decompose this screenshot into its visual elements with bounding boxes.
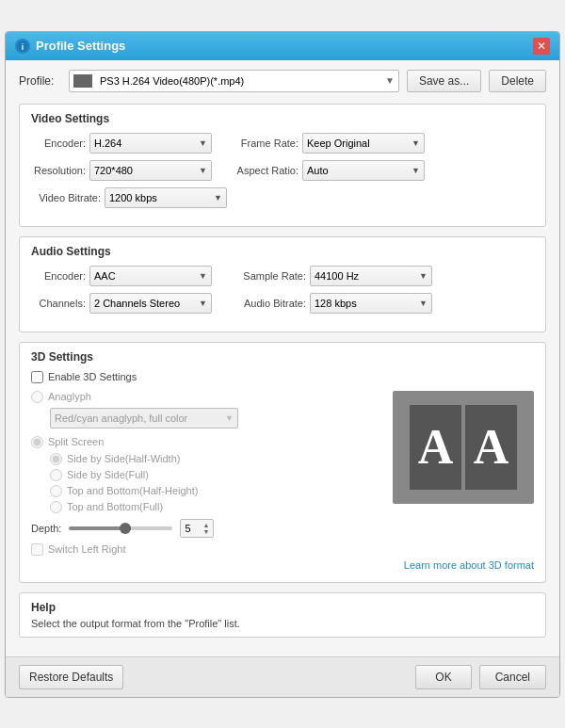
side-half-label: Side by Side(Half-Width) xyxy=(67,453,180,464)
title-bar-left: i Profile Settings xyxy=(15,39,125,54)
profile-select[interactable]: PS3 H.264 Video(480P)(*.mp4) ▼ xyxy=(69,70,399,92)
help-text: Select the output format from the "Profi… xyxy=(31,618,534,629)
depth-value-display: 5 ▲▼ xyxy=(180,519,214,538)
preview-letter-2: A xyxy=(465,405,517,490)
audio-bitrate-arrow: ▼ xyxy=(419,299,428,308)
channels-group: Channels: 2 Channels Stereo ▼ xyxy=(31,293,212,314)
restore-defaults-button[interactable]: Restore Defaults xyxy=(19,665,123,689)
aspect-ratio-value: Auto xyxy=(307,165,329,176)
enable-3d-label[interactable]: Enable 3D Settings xyxy=(48,371,137,382)
profile-label: Profile: xyxy=(19,74,61,88)
footer-right: OK Cancel xyxy=(415,665,546,689)
dialog-title: Profile Settings xyxy=(36,39,125,53)
top-half-row: Top and Bottom(Half-Height) xyxy=(31,485,383,497)
video-bitrate-value: 1200 kbps xyxy=(109,192,157,203)
help-section: Help Select the output format from the "… xyxy=(19,592,546,638)
video-bitrate-select[interactable]: 1200 kbps ▼ xyxy=(105,187,227,208)
preview-letter-1: A xyxy=(410,405,461,490)
side-half-row: Side by Side(Half-Width) xyxy=(31,453,383,465)
encoder-select[interactable]: H.264 ▼ xyxy=(89,133,212,154)
switch-left-right-row: Switch Left Right xyxy=(31,543,383,556)
audio-bitrate-select[interactable]: 128 kbps ▼ xyxy=(310,293,432,314)
audio-bitrate-group: Audio Bitrate: 128 kbps ▼ xyxy=(231,293,432,314)
top-full-radio[interactable] xyxy=(50,501,62,513)
depth-slider[interactable] xyxy=(69,526,172,530)
cancel-button[interactable]: Cancel xyxy=(479,665,546,689)
title-bar: i Profile Settings ✕ xyxy=(6,32,559,60)
svg-text:i: i xyxy=(22,42,24,52)
frame-rate-label: Frame Rate: xyxy=(231,138,299,149)
aa-preview: A A xyxy=(410,405,517,490)
video-bitrate-arrow: ▼ xyxy=(214,193,222,202)
dialog-footer: Restore Defaults OK Cancel xyxy=(6,656,559,697)
encoder-label: Encoder: xyxy=(31,138,86,149)
encoder-group: Encoder: H.264 ▼ xyxy=(31,133,212,154)
aspect-ratio-select[interactable]: Auto ▼ xyxy=(302,160,425,181)
switch-left-right-label: Switch Left Right xyxy=(48,543,126,555)
audio-bitrate-label: Audio Bitrate: xyxy=(231,298,306,309)
enable-3d-checkbox[interactable] xyxy=(31,371,43,383)
resolution-group: Resolution: 720*480 ▼ xyxy=(31,160,212,181)
video-row-3: Video Bitrate: 1200 kbps ▼ xyxy=(31,187,534,208)
sample-rate-value: 44100 Hz xyxy=(315,270,359,282)
side-full-label: Side by Side(Full) xyxy=(67,469,149,480)
sample-rate-group: Sample Rate: 44100 Hz ▼ xyxy=(231,266,432,286)
aspect-ratio-group: Aspect Ratio: Auto ▼ xyxy=(231,160,425,181)
audio-row-1: Encoder: AAC ▼ Sample Rate: 44100 Hz ▼ xyxy=(31,266,534,286)
depth-thumb xyxy=(120,523,131,534)
channels-value: 2 Channels Stereo xyxy=(94,298,180,309)
audio-encoder-group: Encoder: AAC ▼ xyxy=(31,266,212,286)
side-full-radio[interactable] xyxy=(50,469,62,481)
profile-thumb-icon xyxy=(73,74,92,88)
anaglyph-row: Anaglyph xyxy=(31,391,383,403)
learn-more-link[interactable]: Learn more about 3D format xyxy=(404,559,534,571)
side-half-radio[interactable] xyxy=(50,453,62,465)
save-as-button[interactable]: Save as... xyxy=(407,70,481,92)
close-button[interactable]: ✕ xyxy=(533,38,550,55)
encoder-arrow: ▼ xyxy=(199,138,207,148)
top-half-radio[interactable] xyxy=(50,485,62,497)
sample-rate-label: Sample Rate: xyxy=(231,270,306,282)
video-settings-section: Video Settings Encoder: H.264 ▼ Frame Ra… xyxy=(19,104,546,227)
resolution-value: 720*480 xyxy=(94,165,133,176)
delete-button[interactable]: Delete xyxy=(489,70,546,92)
split-screen-label: Split Screen xyxy=(48,436,104,447)
channels-arrow: ▼ xyxy=(199,299,207,308)
audio-encoder-label: Encoder: xyxy=(31,270,86,282)
video-bitrate-label: Video Bitrate: xyxy=(31,192,101,203)
learn-more-row: Learn more about 3D format xyxy=(31,559,534,571)
enable-3d-row: Enable 3D Settings xyxy=(31,371,534,383)
audio-encoder-select[interactable]: AAC ▼ xyxy=(89,266,212,286)
side-full-row: Side by Side(Full) xyxy=(31,469,383,481)
three-d-main: Anaglyph Red/cyan anaglyph, full color ▼… xyxy=(31,391,534,556)
help-title: Help xyxy=(31,601,534,614)
top-half-label: Top and Bottom(Half-Height) xyxy=(67,485,198,496)
audio-bitrate-value: 128 kbps xyxy=(315,298,357,309)
channels-select[interactable]: 2 Channels Stereo ▼ xyxy=(89,293,212,314)
anaglyph-radio[interactable] xyxy=(31,391,43,403)
frame-rate-value: Keep Original xyxy=(307,138,370,149)
video-bitrate-group: Video Bitrate: 1200 kbps ▼ xyxy=(31,187,227,208)
frame-rate-select[interactable]: Keep Original ▼ xyxy=(302,133,425,154)
app-icon: i xyxy=(15,39,30,54)
switch-left-right-checkbox[interactable] xyxy=(31,543,43,556)
profile-settings-dialog: i Profile Settings ✕ Profile: PS3 H.264 … xyxy=(5,31,560,698)
sample-rate-select[interactable]: 44100 Hz ▼ xyxy=(310,266,432,286)
dialog-content: Profile: PS3 H.264 Video(480P)(*.mp4) ▼ … xyxy=(6,60,559,656)
depth-label: Depth: xyxy=(31,523,61,534)
split-screen-radio[interactable] xyxy=(31,436,43,448)
video-row-1: Encoder: H.264 ▼ Frame Rate: Keep Origin… xyxy=(31,133,534,154)
top-full-label: Top and Bottom(Full) xyxy=(67,501,163,512)
profile-row: Profile: PS3 H.264 Video(480P)(*.mp4) ▼ … xyxy=(19,70,546,92)
resolution-arrow: ▼ xyxy=(199,166,207,175)
top-full-row: Top and Bottom(Full) xyxy=(31,501,383,513)
ok-button[interactable]: OK xyxy=(415,665,471,689)
three-d-section-title: 3D Settings xyxy=(31,350,534,364)
anaglyph-type-select[interactable]: Red/cyan anaglyph, full color ▼ xyxy=(50,408,238,429)
resolution-select[interactable]: 720*480 ▼ xyxy=(89,160,212,181)
audio-settings-section: Audio Settings Encoder: AAC ▼ Sample Rat… xyxy=(19,236,546,332)
three-d-settings-section: 3D Settings Enable 3D Settings Anaglyph … xyxy=(19,342,546,583)
anaglyph-label: Anaglyph xyxy=(48,391,91,402)
depth-row: Depth: 5 ▲▼ xyxy=(31,519,383,538)
audio-settings-title: Audio Settings xyxy=(31,245,534,258)
